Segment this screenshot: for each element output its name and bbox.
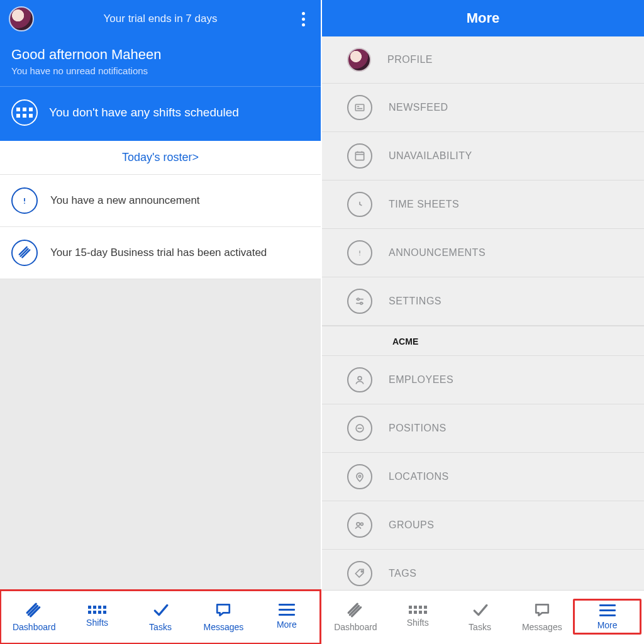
tab-bar: Dashboard Shifts Tasks Messages More (0, 590, 321, 644)
more-header: More (322, 0, 644, 36)
more-menu: PROFILE NEWSFEED UNAVAILABILITY TIME SHE… (322, 36, 644, 590)
menu-locations[interactable]: LOCATIONS (322, 453, 644, 501)
menu-unavailability[interactable]: UNAVAILABILITY (322, 132, 644, 180)
tab-shifts[interactable]: Shifts (387, 606, 449, 628)
tab-dashboard[interactable]: Dashboard (325, 602, 387, 632)
section-acme: ACME (322, 326, 644, 356)
svg-point-14 (360, 303, 362, 304)
menu-timesheets[interactable]: TIME SHEETS (322, 180, 644, 229)
svg-rect-2 (355, 104, 364, 111)
shifts-grid-icon (11, 99, 38, 126)
tab-bar: Dashboard Shifts Tasks Messages More (322, 590, 644, 644)
positions-icon (347, 416, 372, 441)
shift-status: You don't have any shifts scheduled (0, 86, 321, 141)
stripes-icon (11, 240, 38, 266)
group-icon (347, 513, 372, 538)
menu-newsfeed[interactable]: NEWSFEED (322, 84, 644, 132)
menu-profile[interactable]: PROFILE (322, 36, 644, 84)
sliders-icon (347, 289, 372, 314)
svg-point-19 (360, 523, 363, 525)
tab-shifts[interactable]: Shifts (65, 606, 128, 628)
announcement-row[interactable]: You have a new announcement (0, 175, 321, 227)
trial-activated-text: Your 15-day Business trial has been acti… (50, 247, 267, 259)
todays-roster-link[interactable]: Today's roster> (0, 141, 321, 175)
trial-activated-row[interactable]: Your 15-day Business trial has been acti… (0, 227, 321, 279)
tab-more[interactable]: More (255, 604, 318, 630)
greeting-subtitle: You have no unread notifications (11, 65, 309, 76)
announcement-text: You have a new announcement (50, 194, 200, 207)
tab-tasks[interactable]: Tasks (129, 602, 192, 632)
tab-dashboard[interactable]: Dashboard (3, 602, 65, 632)
shift-status-text: You don't have any shifts scheduled (49, 106, 239, 119)
calendar-icon (347, 143, 372, 169)
menu-positions[interactable]: POSITIONS (322, 404, 644, 453)
menu-settings[interactable]: SETTINGS (322, 277, 644, 326)
menu-groups[interactable]: GROUPS (322, 501, 644, 550)
svg-rect-5 (355, 152, 364, 160)
pin-icon (347, 464, 372, 489)
tab-messages[interactable]: Messages (192, 602, 255, 632)
tab-more[interactable]: More (573, 599, 641, 635)
svg-point-12 (357, 298, 359, 300)
greeting-title: Good afternoon Maheen (11, 47, 309, 63)
svg-point-10 (359, 255, 360, 255)
person-icon (347, 367, 372, 392)
svg-point-15 (358, 377, 362, 380)
tab-tasks[interactable]: Tasks (449, 602, 511, 632)
hamburger-icon (279, 604, 295, 616)
dashboard-header: Your trial ends in 7 days Good afternoon… (0, 0, 321, 141)
clock-icon (347, 192, 372, 217)
tag-icon (347, 561, 372, 586)
hamburger-icon (599, 604, 616, 616)
trial-banner: Your trial ends in 7 days (0, 13, 321, 25)
greeting-block: Good afternoon Maheen You have no unread… (0, 38, 321, 86)
tab-messages[interactable]: Messages (511, 602, 573, 632)
svg-point-17 (358, 475, 360, 477)
newsfeed-icon (347, 95, 372, 120)
dashboard-screen: Your trial ends in 7 days Good afternoon… (0, 0, 322, 644)
svg-point-1 (24, 203, 25, 204)
alert-icon (347, 240, 372, 265)
alert-icon (11, 187, 38, 214)
menu-tags[interactable]: TAGS (322, 550, 644, 590)
svg-point-18 (357, 523, 360, 526)
svg-point-20 (361, 571, 362, 572)
more-screen: More PROFILE NEWSFEED UNAVAILABILITY (322, 0, 644, 644)
avatar-icon (347, 48, 371, 72)
menu-announcements[interactable]: ANNOUNCEMENTS (322, 229, 644, 277)
menu-employees[interactable]: EMPLOYEES (322, 356, 644, 404)
